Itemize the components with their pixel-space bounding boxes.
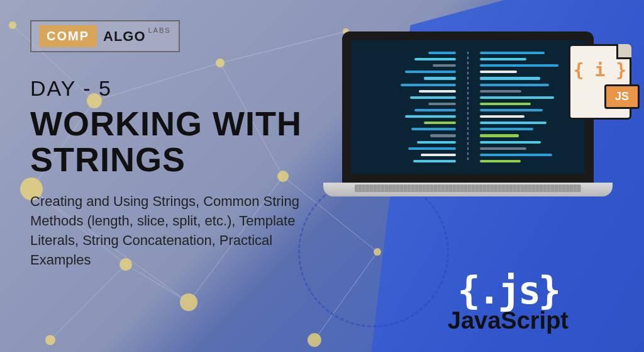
logo-algo-text: ALGO xyxy=(103,28,146,45)
code-column-right xyxy=(480,52,572,162)
laptop-keyboard xyxy=(323,183,613,196)
logo-comp-text: COMP xyxy=(39,25,97,47)
dashed-circle-decoration xyxy=(298,176,449,327)
svg-point-24 xyxy=(308,333,321,347)
page-title: WORKING WITH STRINGS xyxy=(30,106,345,177)
laptop-illustration: { i } JS xyxy=(330,31,606,196)
js-braces-text: {.js} xyxy=(448,268,569,312)
file-braces-text: { i } xyxy=(570,60,630,81)
laptop-screen xyxy=(342,31,594,183)
description-text: Creating and Using Strings, Common Strin… xyxy=(30,192,326,270)
logo-labs-text: LABS xyxy=(148,26,171,34)
javascript-logo: {.js} JavaScript xyxy=(448,268,569,334)
javascript-text: JavaScript xyxy=(448,307,569,334)
code-column-left xyxy=(364,52,456,162)
svg-point-21 xyxy=(180,293,197,311)
compalgo-logo: COMP ALGO LABS xyxy=(30,20,180,52)
file-js-badge: JS xyxy=(604,84,640,109)
svg-point-18 xyxy=(45,335,55,345)
js-file-icon: { i } JS xyxy=(569,44,631,120)
